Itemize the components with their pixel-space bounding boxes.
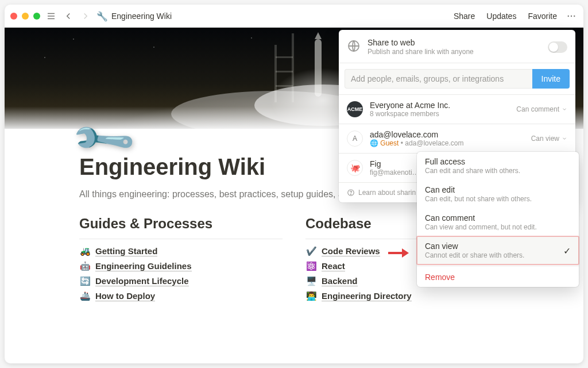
window-controls — [10, 13, 40, 20]
chevron-down-icon — [562, 136, 567, 141]
svg-point-7 — [153, 47, 154, 48]
share-action[interactable]: Share — [450, 9, 478, 23]
divider — [417, 266, 579, 266]
atom-icon: ⚛️ — [305, 261, 317, 271]
share-to-web-row[interactable]: Share to web Publish and share link with… — [339, 30, 575, 63]
share-to-web-sub: Publish and share link with anyone — [368, 48, 541, 56]
perm-option-remove[interactable]: Remove — [417, 267, 579, 287]
cycle-icon: 🔄 — [79, 276, 91, 286]
invite-input[interactable] — [345, 69, 532, 89]
user-avatar: A — [347, 131, 363, 147]
svg-point-5 — [574, 16, 575, 17]
permission-dropdown[interactable]: Can comment — [516, 105, 567, 113]
minimize-window[interactable] — [22, 13, 29, 20]
list-item[interactable]: 🔄Development Lifecycle — [79, 276, 283, 286]
perm-option-full-access[interactable]: Full access Can edit and share with othe… — [417, 152, 579, 180]
permission-menu: Full access Can edit and share with othe… — [417, 152, 579, 287]
back-icon[interactable] — [62, 10, 75, 22]
ship-icon: 🚢 — [79, 291, 91, 301]
list-item[interactable]: 👨‍💻Engineering Directory — [305, 291, 509, 301]
perm-option-can-view[interactable]: Can view Cannot edit or share with other… — [417, 236, 579, 264]
list-item[interactable]: 🚜Getting Started — [79, 246, 283, 256]
share-row-guest: A ada@lovelace.com 🌐 Guest • ada@lovelac… — [339, 124, 575, 153]
forward-icon[interactable] — [79, 10, 92, 22]
svg-marker-18 — [315, 32, 322, 39]
breadcrumb-title: Engineering Wiki — [111, 12, 172, 21]
more-icon[interactable] — [565, 10, 578, 22]
invite-row: Invite — [339, 63, 575, 95]
section-guides: Guides & Processes 🚜Getting Started 🤖Eng… — [79, 213, 283, 301]
breadcrumb[interactable]: 🔧 Engineering Wiki — [96, 11, 172, 22]
integration-avatar: 🐙 — [347, 160, 363, 176]
share-row-sub: 🌐 Guest • ada@lovelace.com — [370, 139, 524, 147]
sidebar-toggle-icon[interactable] — [45, 10, 57, 22]
svg-rect-16 — [276, 85, 293, 87]
workspace-avatar: ACME — [347, 101, 363, 117]
computer-icon: 🖥️ — [305, 276, 317, 286]
robot-icon: 🤖 — [79, 261, 91, 271]
svg-rect-15 — [276, 71, 293, 72]
share-row-name: Everyone at Acme Inc. — [370, 101, 509, 110]
svg-rect-14 — [276, 56, 293, 58]
share-row-sub: 8 workspace members — [370, 110, 509, 118]
svg-point-11 — [44, 57, 45, 58]
chevron-down-icon — [562, 106, 567, 112]
favorite-action[interactable]: Favorite — [524, 9, 560, 23]
help-icon — [347, 189, 355, 197]
toolbar: 🔧 Engineering Wiki Share Updates Favorit… — [5, 5, 583, 28]
list-item[interactable]: 🚢How to Deploy — [79, 291, 283, 301]
annotation-arrow-icon — [387, 246, 409, 262]
svg-point-3 — [568, 16, 569, 17]
check-icon: ✔️ — [305, 246, 317, 256]
technologist-icon: 👨‍💻 — [305, 291, 317, 301]
share-popover: Share to web Publish and share link with… — [339, 30, 575, 202]
svg-point-23 — [351, 194, 351, 194]
perm-option-can-edit[interactable]: Can edit Can edit, but not share with ot… — [417, 180, 579, 208]
share-to-web-toggle[interactable] — [548, 41, 567, 53]
updates-action[interactable]: Updates — [483, 9, 520, 23]
globe-small-icon: 🌐 — [370, 139, 378, 147]
share-row-name: ada@lovelace.com — [370, 130, 524, 139]
app-window: 🔧 Engineering Wiki Share Updates Favorit… — [5, 5, 583, 363]
perm-option-can-comment[interactable]: Can comment Can view and comment, but no… — [417, 208, 579, 236]
wrench-icon: 🔧 — [96, 11, 108, 22]
permission-dropdown[interactable]: Can view — [531, 135, 567, 143]
list-item[interactable]: 🤖Engineering Guidelines — [79, 261, 283, 271]
section-heading: Guides & Processes — [79, 216, 283, 232]
svg-marker-25 — [402, 248, 409, 258]
close-window[interactable] — [10, 13, 17, 20]
globe-icon — [347, 39, 361, 55]
tractor-icon: 🚜 — [79, 246, 91, 256]
svg-point-8 — [251, 37, 252, 39]
share-row-everyone: ACME Everyone at Acme Inc. 8 workspace m… — [339, 95, 575, 124]
zoom-window[interactable] — [33, 13, 40, 20]
svg-point-6 — [73, 39, 74, 40]
invite-button[interactable]: Invite — [532, 69, 570, 89]
divider — [79, 239, 283, 239]
svg-point-4 — [571, 16, 572, 17]
share-to-web-title: Share to web — [368, 38, 541, 47]
